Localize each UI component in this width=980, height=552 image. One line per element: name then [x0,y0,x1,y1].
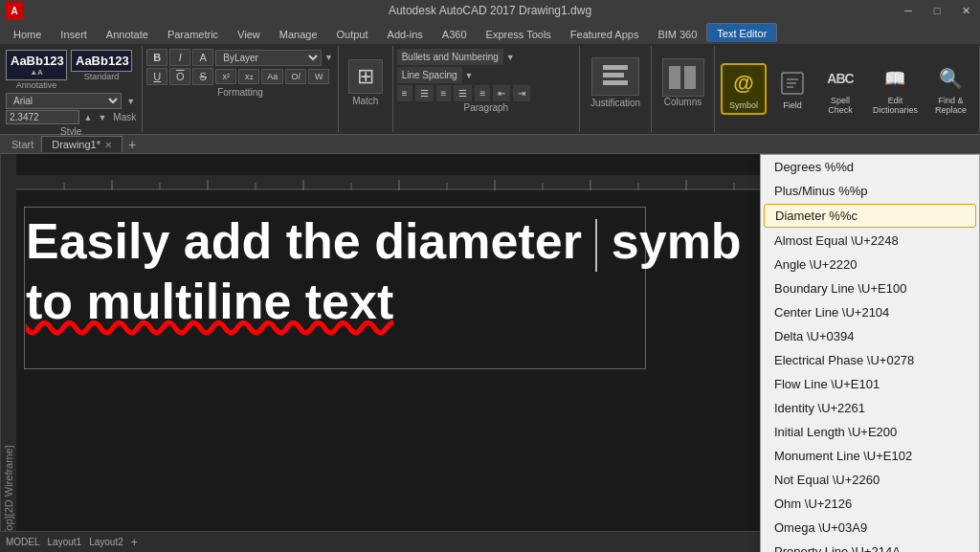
superscript-button[interactable]: x² [215,69,236,84]
symbol-label: Symbol [729,100,758,110]
tab-parametric[interactable]: Parametric [158,25,228,44]
status-model[interactable]: MODEL [6,537,40,547]
line-spacing-button[interactable]: Line Spacing [397,67,462,83]
columns-button[interactable] [662,58,704,97]
tab-express[interactable]: Express Tools [477,25,561,44]
text-line2: to multiline text [26,274,393,329]
tracking-button[interactable]: W [308,69,329,84]
bullets-expand-icon[interactable]: ▼ [505,53,516,62]
tab-annotate[interactable]: Annotate [97,25,158,44]
drawing-tab[interactable]: Drawing1* ✕ [41,136,122,152]
justification-label: Justification [590,98,640,108]
field-icon [777,68,808,99]
find-replace-button[interactable]: 🔍 Find &Replace [928,59,973,119]
ribbon-group-tools: @ Symbol Field ABC SpellCheck 📖 EditDict… [715,46,980,132]
distributed-button[interactable]: ≡ [475,85,490,101]
case-button[interactable]: Aa [261,69,283,84]
status-layout2[interactable]: Layout2 [89,537,123,547]
window-controls[interactable]: ─ □ ✕ [894,0,980,21]
spell-check-button[interactable]: ABC SpellCheck [818,59,862,119]
close-tab-icon[interactable]: ✕ [104,140,112,150]
field-button[interactable]: Field [770,64,814,114]
new-tab-button[interactable]: + [122,137,142,152]
menu-item-identity[interactable]: Identity \U+2261 [761,396,979,420]
justify-button[interactable]: ☰ [454,85,472,101]
size-down-icon[interactable]: ▼ [97,113,107,122]
tab-addins[interactable]: Add-ins [378,25,433,44]
style-swatch-standard[interactable]: AaBb123 [71,50,132,72]
tab-bim360[interactable]: BIM 360 [648,25,706,44]
bold-button[interactable]: B [146,49,167,66]
menu-item-diameter[interactable]: Diameter %%c [764,204,976,228]
size-up-icon[interactable]: ▲ [83,113,94,122]
bullets-numbering-button[interactable]: Bullets and Numbering [397,49,503,65]
tab-home[interactable]: Home [4,25,51,44]
menu-item-notequal[interactable]: Not Equal \U+2260 [761,468,979,492]
strikethrough-button[interactable]: S [192,68,213,85]
symbol-button[interactable]: @ Symbol [721,63,767,115]
tab-view[interactable]: View [228,25,270,44]
color-dropdown[interactable]: ByLayer [215,50,322,66]
menu-item-omega[interactable]: Omega \U+03A9 [761,516,979,540]
menu-item-almostequal[interactable]: Almost Equal \U+2248 [761,229,979,253]
formatting-group-label: Formatting [146,87,334,98]
menu-item-centerline[interactable]: Center Line \U+2104 [761,300,979,324]
close-button[interactable]: ✕ [951,0,980,21]
minimize-button[interactable]: ─ [894,0,923,21]
font-dropdown[interactable]: Arial [6,93,122,109]
align-left-button[interactable]: ≡ [397,85,412,101]
menu-item-plusminus[interactable]: Plus/Minus %%p [761,179,979,203]
menu-item-boundaryline[interactable]: Boundary Line \U+E100 [761,276,979,300]
mask-button[interactable]: Mask [113,112,136,122]
font-size-input[interactable] [6,110,79,124]
tab-a360[interactable]: A360 [433,25,477,44]
document-tabs: Start Drawing1* ✕ + [0,135,980,154]
tab-manage[interactable]: Manage [270,25,327,44]
oblique-button[interactable]: O/ [285,69,306,84]
style-swatch-annotative[interactable]: AaBb123 ▲A [6,50,67,80]
menu-item-delta[interactable]: Delta \U+0394 [761,324,979,348]
menu-item-ohm[interactable]: Ohm \U+2126 [761,492,979,516]
annotative-icon: ▲A [11,68,62,77]
align-right-button[interactable]: ≡ [436,85,452,101]
canvas-area[interactable]: Easily add the diameter symb to multilin… [16,154,980,552]
find-icon: 🔍 [935,63,966,94]
overline-button[interactable]: O [169,68,190,85]
svg-rect-2 [603,80,628,85]
justification-button[interactable] [591,57,639,96]
status-layout1[interactable]: Layout1 [48,537,82,547]
align-center-button[interactable]: ☰ [415,85,434,101]
absolute-button[interactable]: A [192,49,213,66]
indent-left-button[interactable]: ⇤ [493,85,510,101]
ribbon-group-formatting: B I A ByLayer ▼ U O S x² x₂ Aa O/ W [143,46,339,132]
maximize-button[interactable]: □ [923,0,951,21]
swatch1-label: Annotative [16,80,57,90]
swatch2-label: Standard [84,72,120,81]
ribbon-group-paragraph: Bullets and Numbering ▼ Line Spacing ▼ ≡… [393,46,580,132]
edit-dictionaries-button[interactable]: 📖 EditDictionaries [866,59,924,119]
menu-item-electricalphase[interactable]: Electrical Phase \U+0278 [761,348,979,372]
menu-item-flowline[interactable]: Flow Line \U+E101 [761,372,979,396]
subscript-button[interactable]: x₂ [238,69,259,84]
menu-item-angle[interactable]: Angle \U+2220 [761,253,979,276]
menu-item-monumentline[interactable]: Monument Line \U+E102 [761,444,979,468]
menu-item-degrees[interactable]: Degrees %%d [761,155,979,179]
italic-button[interactable]: I [169,49,190,66]
start-tab[interactable]: Start [4,137,41,152]
color-expand-icon[interactable]: ▼ [323,53,334,62]
indent-right-button[interactable]: ⇥ [513,85,530,101]
match-button[interactable]: ⊞ [348,59,383,94]
menu-item-propertyline[interactable]: Property Line \U+214A [761,540,979,552]
tab-insert[interactable]: Insert [51,25,97,44]
tab-output[interactable]: Output [327,25,378,44]
underline-button[interactable]: U [146,68,167,85]
svg-rect-3 [669,66,680,89]
field-label: Field [783,100,802,110]
menu-item-initiallength[interactable]: Initial Length \U+E200 [761,420,979,444]
tab-text-editor[interactable]: Text Editor [706,23,777,42]
status-plus[interactable]: + [131,536,138,549]
canvas-text-content[interactable]: Easily add the diameter symb to multilin… [26,211,742,331]
tab-featured[interactable]: Featured Apps [561,25,649,44]
linespacing-expand-icon[interactable]: ▼ [464,71,475,80]
font-expand-icon[interactable]: ▼ [125,97,136,106]
